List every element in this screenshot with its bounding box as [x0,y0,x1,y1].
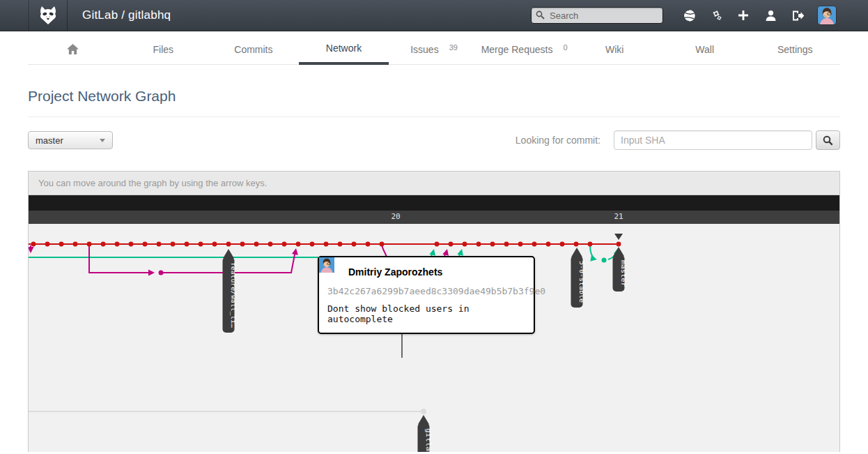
project-tabs: FilesCommitsNetworkIssues39Merge Request… [28,34,840,65]
ref-tag-label: gitlab… [425,428,433,452]
commit-search-button[interactable] [816,130,840,150]
commit-dot[interactable] [185,242,189,247]
gears-icon[interactable] [709,7,723,24]
search-icon [823,135,833,146]
tab-home[interactable] [28,34,118,64]
commit-dot[interactable] [380,242,385,247]
commit-dot[interactable] [617,242,621,247]
green-branch-out-arrowhead [590,255,597,262]
commit-dot[interactable] [226,242,231,247]
commit-dot[interactable] [518,242,523,247]
commit-dot[interactable] [338,242,343,247]
graph-canvas[interactable]: feature/wall_li…5-0-stablemastergitlab… … [29,224,839,452]
commit-dot[interactable] [129,242,134,247]
commit-tooltip: Dmitriy Zaporozhets 3b42c267a6299b7aeed8… [318,256,535,334]
green-commit-dot[interactable] [602,258,607,263]
commit-dot[interactable] [59,242,64,247]
magenta-commit-dot[interactable] [159,271,164,275]
commit-dot[interactable] [240,242,245,247]
commit-dot[interactable] [254,242,259,247]
commit-dot[interactable] [310,242,315,247]
tab-label: Network [326,43,362,54]
chevron-down-icon [100,139,105,142]
tab-network[interactable]: Network [299,34,389,65]
magenta-branch-merge-arrowhead [292,248,299,255]
tab-commits[interactable]: Commits [208,34,299,64]
tab-label: Commits [234,44,272,55]
commit-search: Looking for commit: [516,130,840,150]
commit-dot[interactable] [157,242,162,247]
tab-issues[interactable]: Issues39 [389,34,479,64]
gitlab-logo[interactable] [29,0,68,31]
commit-dot[interactable] [115,242,120,247]
tab-label: Issues [410,44,438,55]
gitlab-cat-icon [38,5,59,26]
graph-hint: You can move around the graph by using t… [29,172,839,195]
commit-sha: 3b42c267a6299b7aeed8c3309dae49b5b7b3f9e0 [327,286,525,296]
commit-dot[interactable] [546,242,551,247]
commit-author-avatar [327,264,343,280]
commit-dot[interactable] [199,242,203,247]
navbar-left: GitLab / gitlabhq [0,0,171,31]
tab-merge-requests[interactable]: Merge Requests0 [479,34,570,64]
gray-commit-dot[interactable] [421,409,426,414]
commit-dot[interactable] [435,242,440,247]
project-breadcrumb[interactable]: GitLab / gitlabhq [82,8,171,22]
commit-dot[interactable] [171,242,176,247]
commit-dot[interactable] [476,242,481,247]
commit-dot[interactable] [490,242,495,247]
commit-dot[interactable] [282,242,287,247]
commit-dot[interactable] [101,242,106,247]
globe-icon[interactable] [682,7,696,24]
commit-dot[interactable] [588,242,593,247]
sign-out-icon[interactable] [791,7,805,24]
commit-dot[interactable] [268,242,273,247]
commit-dot[interactable] [449,242,454,247]
home-icon [67,44,79,54]
commit-dot[interactable] [296,242,301,247]
commit-dot[interactable] [31,242,36,247]
graph-month-bar [29,195,839,211]
commit-dot[interactable] [532,242,537,247]
tab-wall[interactable]: Wall [660,34,750,64]
ref-tag-pointer [223,249,234,259]
ref-tag-label: 5-0-stable [578,261,586,303]
commit-dot[interactable] [352,242,357,247]
page-title: Project Network Graph [28,88,840,105]
commit-dot[interactable] [560,242,565,247]
commit-dot[interactable] [324,242,329,247]
commit-message: Dont show blocked users in autocomplete [327,303,525,324]
branch-selector[interactable]: master [28,131,113,149]
commit-dot[interactable] [463,242,467,247]
commit-dot[interactable] [73,242,78,247]
ref-tag-pointer [571,248,582,257]
tab-wiki[interactable]: Wiki [569,34,660,64]
graph-day-bar: 2021 [29,211,839,224]
magenta-merge-arrow-arrowhead [442,248,450,256]
commit-dot[interactable] [366,242,371,247]
commit-dot[interactable] [87,242,92,247]
tab-label: Files [153,44,174,55]
navbar-search-input[interactable] [531,7,663,24]
tooltip-header: Dmitriy Zaporozhets [327,264,525,280]
green-merge-arrow-2-arrowhead [457,248,465,256]
ref-tag-label: feature/wall_li… [230,262,238,328]
commit-dot[interactable] [143,242,148,247]
user-avatar[interactable] [818,6,836,24]
ref-tag-pointer [418,415,429,425]
sha-input[interactable] [614,130,812,150]
commit-dot[interactable] [504,242,509,247]
plus-icon[interactable] [736,7,750,24]
tab-count-badge: 39 [449,43,458,52]
commit-dot[interactable] [45,242,50,247]
commit-dot[interactable] [574,242,579,247]
user-icon[interactable] [764,7,777,24]
title-divider [28,116,840,117]
commit-dot[interactable] [212,242,217,247]
search-icon [536,10,545,20]
tab-files[interactable]: Files [118,34,209,64]
graph-controls: master Looking for commit: [28,130,840,150]
tab-label: Wiki [605,44,623,55]
tab-settings[interactable]: Settings [750,34,841,64]
navbar-search [531,7,663,24]
